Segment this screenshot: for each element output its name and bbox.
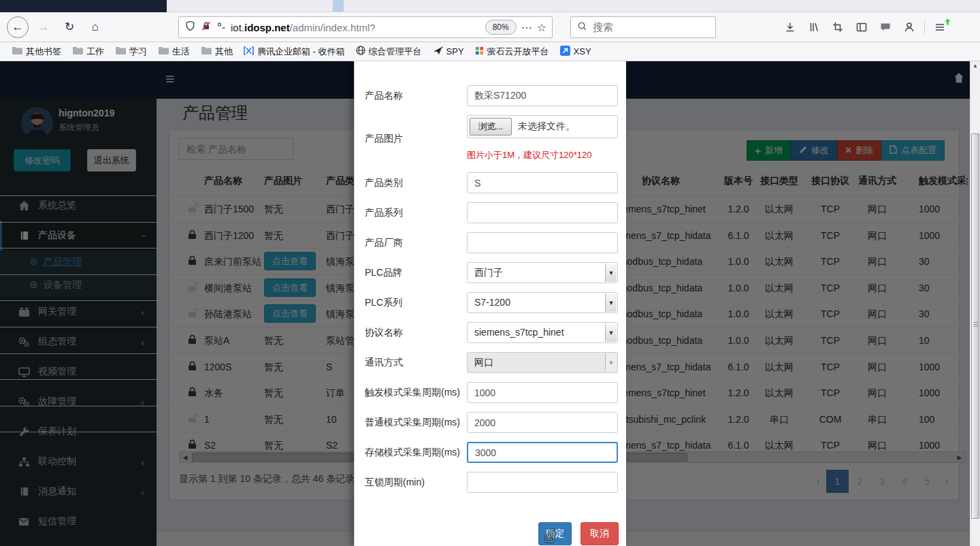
select-value: 西门子 — [474, 267, 503, 279]
select-arrow-icon[interactable]: ▼ — [605, 353, 617, 372]
bookmark-item-8[interactable]: 萤石云开放平台 — [470, 44, 554, 60]
web-page: ≡ hignton2019 系统管理员 修改密码 退出系统 系统总览产品设备‹产… — [0, 61, 980, 546]
ezviz-icon — [475, 46, 484, 57]
image-size-hint: 图片小于1M，建议尺寸120*120 — [467, 149, 592, 161]
field-select-5[interactable]: 西门子▼ — [467, 262, 618, 283]
bookmark-label: 萤石云开放平台 — [487, 46, 549, 58]
folder-icon — [72, 46, 83, 57]
shield-icon[interactable] — [184, 20, 196, 35]
field-select-8[interactable]: 网口▼ — [467, 352, 618, 373]
field-select-6[interactable]: S7-1200▼ — [467, 292, 618, 313]
window-titlebar — [0, 0, 167, 12]
field-label-5: PLC品牌 — [365, 267, 402, 279]
mouse-cursor-icon: ☝ — [544, 526, 555, 546]
field-label-12: 互锁周期(min) — [365, 477, 425, 489]
search-icon — [577, 21, 587, 34]
field-input-9[interactable] — [467, 382, 618, 403]
browser-vertical-scrollbar[interactable]: ▲ — [970, 61, 980, 546]
globe-icon — [356, 46, 365, 57]
zoom-level-badge[interactable]: 80% — [485, 20, 517, 35]
file-input[interactable]: 浏览...未选择文件。 — [467, 115, 618, 138]
bookmark-label: SPY — [446, 46, 464, 57]
field-input-3[interactable] — [467, 202, 618, 223]
bookmark-item-6[interactable]: 综合管理平台 — [351, 44, 427, 60]
field-label-11: 存储模式采集周期(ms) — [365, 447, 460, 459]
field-label-7: 协议名称 — [365, 327, 403, 339]
tab-strip[interactable] — [0, 0, 980, 12]
select-arrow-icon[interactable]: ▼ — [605, 293, 617, 312]
folder-icon — [201, 46, 212, 57]
field-input-11[interactable] — [467, 442, 618, 463]
bookmark-label: 生活 — [172, 46, 190, 58]
bookmark-label: 其他 — [215, 46, 233, 58]
folder-icon — [12, 46, 22, 57]
product-edit-modal: 产品名称产品图片浏览...未选择文件。图片小于1M，建议尺寸120*120产品类… — [354, 61, 626, 546]
cancel-button[interactable]: 取消 — [581, 522, 619, 545]
select-arrow-icon[interactable]: ▼ — [605, 323, 617, 342]
tab-indicator — [333, 0, 344, 12]
field-input-4[interactable] — [467, 232, 618, 253]
toolbar-divider — [924, 20, 925, 34]
bookmark-item-5[interactable]: 腾讯企业邮箱 - 收件箱 — [239, 44, 350, 60]
sidebar-toggle-icon[interactable] — [853, 18, 870, 36]
back-button[interactable]: ← — [7, 16, 29, 38]
bookmark-item-4[interactable]: 其他 — [196, 44, 238, 60]
field-label-6: PLC系列 — [365, 297, 402, 309]
select-value: 网口 — [474, 357, 493, 369]
browser-chrome: ← → ↻ ⌂ iot.idosp.net/admin/index.html? … — [0, 0, 980, 61]
browse-button[interactable]: 浏览... — [470, 118, 512, 135]
field-label-8: 通讯方式 — [365, 357, 403, 369]
bookmarks-bar: 其他书签工作学习生活其他腾讯企业邮箱 - 收件箱综合管理平台SPY萤石云开放平台… — [0, 42, 980, 61]
downloads-icon[interactable] — [781, 18, 799, 36]
menu-hamburger-icon[interactable] — [931, 18, 949, 36]
field-label-4: 产品厂商 — [365, 237, 403, 249]
screenshot-icon[interactable] — [829, 18, 847, 36]
field-label-1: 产品图片 — [365, 133, 403, 145]
reload-button[interactable]: ↻ — [59, 16, 80, 38]
field-select-7[interactable]: siemens_s7tcp_hinet▼ — [467, 322, 618, 343]
chat-icon[interactable] — [877, 18, 894, 36]
scroll-up-icon[interactable]: ▲ — [970, 63, 980, 69]
field-label-10: 普通模式采集周期(ms) — [365, 417, 460, 429]
library-icon[interactable] — [805, 18, 823, 36]
url-bar[interactable]: iot.idosp.net/admin/index.html? 80% ⋯ ☆ — [178, 16, 553, 38]
bookmark-label: 学习 — [129, 46, 147, 58]
field-label-2: 产品类别 — [365, 177, 403, 189]
field-label-0: 产品名称 — [365, 90, 403, 102]
forward-button[interactable]: → — [33, 16, 54, 38]
select-value: S7-1200 — [474, 297, 510, 308]
bookmark-item-2[interactable]: 学习 — [110, 44, 152, 60]
home-button[interactable]: ⌂ — [84, 16, 106, 38]
browser-toolbar: ← → ↻ ⌂ iot.idosp.net/admin/index.html? … — [0, 12, 980, 42]
insecure-lock-icon[interactable] — [201, 20, 212, 34]
field-input-2[interactable] — [467, 172, 618, 193]
bookmark-item-9[interactable]: XSY — [555, 44, 596, 60]
xsy-icon — [560, 46, 570, 58]
bookmark-star-icon[interactable]: ☆ — [537, 21, 546, 34]
bookmark-item-7[interactable]: SPY — [428, 44, 469, 60]
bookmark-item-1[interactable]: 工作 — [67, 44, 109, 60]
bookmark-item-0[interactable]: 其他书签 — [7, 44, 66, 60]
select-value: siemens_s7tcp_hinet — [474, 327, 564, 338]
bookmark-label: 综合管理平台 — [369, 46, 422, 58]
field-label-9: 触发模式采集周期(ms) — [365, 387, 460, 399]
bookmark-label: XSY — [574, 46, 591, 57]
bookmark-label: 腾讯企业邮箱 - 收件箱 — [257, 46, 345, 58]
folder-icon — [115, 46, 126, 57]
bookmark-label: 工作 — [86, 46, 104, 58]
account-icon[interactable] — [900, 18, 918, 36]
folder-icon — [158, 46, 169, 57]
select-arrow-icon[interactable]: ▼ — [605, 263, 617, 282]
bookmark-item-3[interactable]: 生活 — [153, 44, 195, 60]
field-label-3: 产品系列 — [365, 207, 403, 219]
file-status: 未选择文件。 — [518, 121, 575, 133]
vertical-scroll-thumb[interactable] — [971, 133, 979, 519]
search-placeholder: 搜索 — [593, 21, 613, 34]
field-input-10[interactable] — [467, 412, 618, 433]
search-bar[interactable]: 搜索 — [570, 16, 716, 38]
field-input-0[interactable] — [467, 85, 618, 106]
permissions-icon[interactable] — [216, 21, 226, 33]
page-actions-icon[interactable]: ⋯ — [521, 21, 532, 34]
field-input-12[interactable] — [467, 472, 618, 493]
update-badge-icon — [945, 16, 951, 28]
